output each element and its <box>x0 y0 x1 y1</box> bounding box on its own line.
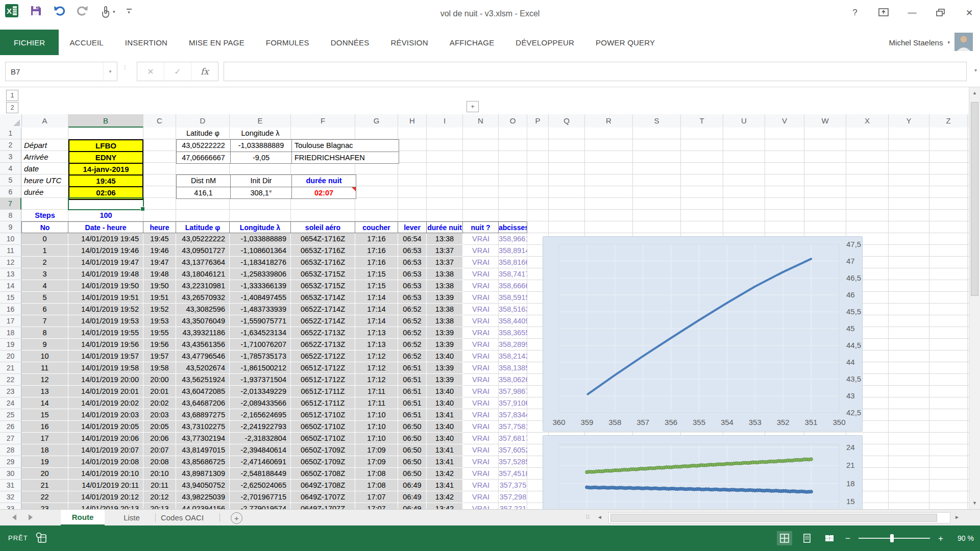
column-header-H[interactable]: H <box>398 114 427 127</box>
table-row-1-col-F[interactable]: 0653Z-1716Z <box>291 245 355 257</box>
column-header-R[interactable]: R <box>585 114 633 127</box>
table-row-1-col-C[interactable]: 19:46 <box>143 245 176 257</box>
column-header-Y[interactable]: Y <box>889 114 929 127</box>
table-row-18-col-I[interactable]: 13:41 <box>427 444 463 456</box>
table-row-7-col-F[interactable]: 0652Z-1714Z <box>291 315 355 327</box>
column-header-Z[interactable]: Z <box>929 114 968 127</box>
avatar[interactable] <box>954 33 973 53</box>
row-header-12[interactable]: 12 <box>0 257 21 268</box>
table-row-12-col-E[interactable]: -1,937371504 <box>230 374 291 386</box>
row-header-16[interactable]: 16 <box>0 304 21 315</box>
row-header-7[interactable]: 7 <box>0 198 21 210</box>
table-row-8-col-F[interactable]: 0652Z-1713Z <box>291 327 355 339</box>
table-row-9-col-A[interactable]: 9 <box>21 339 68 350</box>
table-row-16-col-O[interactable]: 357,7581 <box>499 421 527 433</box>
table-header-H[interactable]: lever <box>398 221 427 233</box>
row-header-14[interactable]: 14 <box>0 280 21 292</box>
table-row-9-col-B[interactable]: 14/01/2019 19:56 <box>68 339 143 350</box>
table-row-2-col-D[interactable]: 43,13776364 <box>176 257 230 268</box>
table-row-20-col-A[interactable]: 20 <box>21 468 68 480</box>
sheet-tab-codes-oaci[interactable]: Codes OACI <box>145 510 219 525</box>
name-box-dropdown-icon[interactable]: ▾ <box>103 62 117 81</box>
table-row-10-col-O[interactable]: 358,2143 <box>499 350 527 362</box>
column-header-Q[interactable]: Q <box>549 114 585 127</box>
info-value-4[interactable]: 14-janv-2019 <box>69 164 142 176</box>
table-row-9-col-H[interactable]: 06:52 <box>398 339 427 350</box>
table-row-4-col-C[interactable]: 19:50 <box>143 280 176 292</box>
table-row-10-col-B[interactable]: 14/01/2019 19:57 <box>68 350 143 362</box>
table-row-19-col-A[interactable]: 19 <box>21 456 68 468</box>
table-row-6-col-N[interactable]: VRAI <box>463 304 499 315</box>
row-header-22[interactable]: 22 <box>0 374 21 386</box>
table-row-0-col-C[interactable]: 19:45 <box>143 233 176 245</box>
table-row-6-col-F[interactable]: 0652Z-1714Z <box>291 304 355 315</box>
table-row-23-col-I[interactable]: 13:42 <box>427 503 463 509</box>
column-header-I[interactable]: I <box>427 114 463 127</box>
table-row-19-col-C[interactable]: 20:08 <box>143 456 176 468</box>
table-row-15-col-E[interactable]: -2,165624695 <box>230 409 291 421</box>
table-row-10-col-F[interactable]: 0652Z-1712Z <box>291 350 355 362</box>
ribbon-tab-power-query[interactable]: POWER QUERY <box>596 30 655 55</box>
table-row-12-col-F[interactable]: 0651Z-1712Z <box>291 374 355 386</box>
account-area[interactable]: Michel Staelens ▾ <box>889 30 973 55</box>
table-row-7-col-O[interactable]: 358,4409 <box>499 315 527 327</box>
ribbon-tab-données[interactable]: DONNÉES <box>331 30 370 55</box>
table-row-8-col-B[interactable]: 14/01/2019 19:55 <box>68 327 143 339</box>
table-row-10-col-E[interactable]: -1,785735173 <box>230 350 291 362</box>
outline-expand-button[interactable]: + <box>467 101 479 112</box>
row-header-30[interactable]: 30 <box>0 468 21 480</box>
table-row-11-col-I[interactable]: 13:39 <box>427 362 463 374</box>
column-header-E[interactable]: E <box>230 114 291 127</box>
table-row-3-col-D[interactable]: 43,18046121 <box>176 268 230 280</box>
table-row-7-col-A[interactable]: 7 <box>21 315 68 327</box>
row-header-32[interactable]: 32 <box>0 491 21 503</box>
table-row-2-col-H[interactable]: 06:53 <box>398 257 427 268</box>
table-row-18-col-D[interactable]: 43,81497015 <box>176 444 230 456</box>
table-row-17-col-B[interactable]: 14/01/2019 20:06 <box>68 433 143 444</box>
table-row-5-col-A[interactable]: 5 <box>21 292 68 304</box>
column-header-S[interactable]: S <box>633 114 681 127</box>
table-row-7-col-I[interactable]: 13:38 <box>427 315 463 327</box>
table-row-6-col-B[interactable]: 14/01/2019 19:52 <box>68 304 143 315</box>
table-row-13-col-F[interactable]: 0651Z-1711Z <box>291 386 355 397</box>
info-label-5[interactable]: heure UTC <box>21 174 68 186</box>
table-row-13-col-A[interactable]: 13 <box>21 386 68 397</box>
active-cell-B7[interactable] <box>68 197 144 210</box>
latitude-header[interactable]: Latitude φ <box>176 128 230 139</box>
table-row-19-col-O[interactable]: 357,5285 <box>499 456 527 468</box>
row-header-24[interactable]: 24 <box>0 397 21 409</box>
table-header-G[interactable]: coucher <box>355 221 398 233</box>
help-icon[interactable]: ? <box>847 6 863 19</box>
table-row-17-col-H[interactable]: 06:50 <box>398 433 427 444</box>
ribbon-tab-affichage[interactable]: AFFICHAGE <box>450 30 495 55</box>
table-row-6-col-G[interactable]: 17:14 <box>355 304 398 315</box>
horizontal-scrollbar[interactable] <box>608 512 950 523</box>
table-row-11-col-O[interactable]: 358,1385 <box>499 362 527 374</box>
table-row-12-col-G[interactable]: 17:12 <box>355 374 398 386</box>
table-row-17-col-C[interactable]: 20:06 <box>143 433 176 444</box>
table-row-3-col-E[interactable]: -1,258339806 <box>230 268 291 280</box>
page-layout-view-icon[interactable] <box>799 531 815 545</box>
table-row-4-col-B[interactable]: 14/01/2019 19:50 <box>68 280 143 292</box>
table-row-14-col-B[interactable]: 14/01/2019 20:02 <box>68 397 143 409</box>
table-row-23-col-A[interactable]: 23 <box>21 503 68 509</box>
table-row-8-col-D[interactable]: 43,39321186 <box>176 327 230 339</box>
table-row-10-col-I[interactable]: 13:40 <box>427 350 463 362</box>
table-header-F[interactable]: soleil aéro <box>291 221 355 233</box>
row-header-33[interactable]: 33 <box>0 503 21 509</box>
formula-bar-splitter[interactable]: ⁞ <box>124 66 126 69</box>
table-row-19-col-G[interactable]: 17:09 <box>355 456 398 468</box>
table-row-2-col-F[interactable]: 0653Z-1716Z <box>291 257 355 268</box>
table-row-23-col-E[interactable]: -2,779019574 <box>230 503 291 509</box>
table-row-9-col-I[interactable]: 13:39 <box>427 339 463 350</box>
table-row-6-col-C[interactable]: 19:52 <box>143 304 176 315</box>
sheet-tab-route[interactable]: Route <box>61 510 105 525</box>
row-header-18[interactable]: 18 <box>0 327 21 339</box>
table-row-13-col-E[interactable]: -2,013349229 <box>230 386 291 397</box>
row-header-13[interactable]: 13 <box>0 268 21 280</box>
minimize-icon[interactable]: — <box>904 6 920 19</box>
table-row-13-col-G[interactable]: 17:11 <box>355 386 398 397</box>
tab-scroll-right-icon[interactable] <box>29 514 33 520</box>
table-row-20-col-E[interactable]: -2,548188449 <box>230 468 291 480</box>
table-row-9-col-F[interactable]: 0652Z-1713Z <box>291 339 355 350</box>
